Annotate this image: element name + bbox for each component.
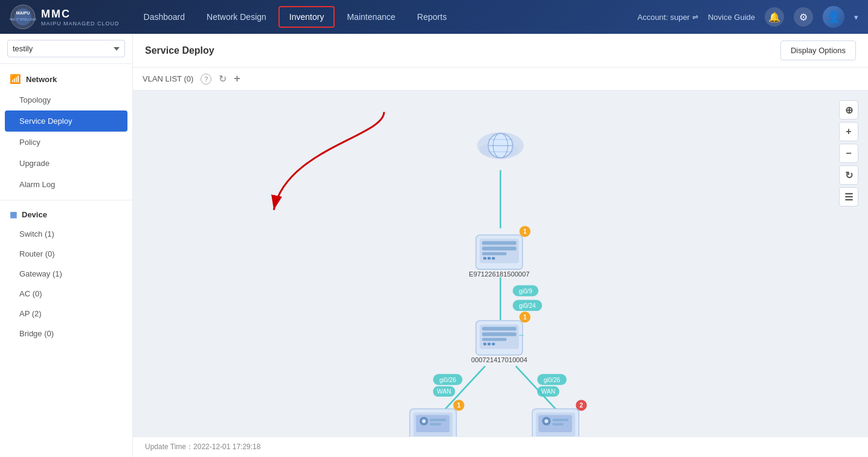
nav-reports[interactable]: Reports <box>408 7 457 27</box>
bell-icon: 🔔 <box>768 11 780 23</box>
svg-text:1: 1 <box>523 228 527 235</box>
svg-text:WAN: WAN <box>437 388 451 395</box>
nav-inventory[interactable]: Inventory <box>278 6 335 28</box>
network-section-header: 📶 Network <box>0 69 132 89</box>
sidebar-item-policy[interactable]: Policy <box>0 132 132 153</box>
device-section-header: ▦ Device <box>0 205 132 224</box>
account-arrow-icon: ⇌ <box>692 13 698 21</box>
svg-rect-60 <box>430 419 446 421</box>
sidebar-item-ac[interactable]: AC (0) <box>0 284 132 304</box>
svg-rect-70 <box>553 419 568 421</box>
topology-canvas: ⊕ + − ↻ ☰ <box>133 91 868 436</box>
network-section-label: Network <box>26 75 57 84</box>
user-avatar[interactable]: 👤 <box>823 6 844 28</box>
sidebar-item-bridge[interactable]: Bridge (0) <box>0 324 132 344</box>
device-icon: ▦ <box>10 210 17 219</box>
topology-area: VLAN LIST (0) ? ↻ + ⊕ + − <box>133 68 868 457</box>
novice-guide-link[interactable]: Novice Guide <box>708 13 755 22</box>
svg-text:gi0/9: gi0/9 <box>519 288 532 295</box>
svg-rect-61 <box>430 423 441 426</box>
svg-text:E971226181500007: E971226181500007 <box>469 270 529 278</box>
settings-button[interactable]: ⚙ <box>794 7 813 27</box>
svg-rect-50 <box>492 343 495 345</box>
svg-rect-35 <box>482 247 516 251</box>
svg-rect-48 <box>483 343 486 345</box>
sidebar-item-upgrade[interactable]: Upgrade <box>0 153 132 174</box>
user-dropdown-icon[interactable]: ▾ <box>854 13 858 22</box>
vlan-bar: VLAN LIST (0) ? ↻ + <box>133 68 868 91</box>
display-options-button[interactable]: Display Options <box>780 40 856 60</box>
vlan-add-button[interactable]: + <box>234 72 240 85</box>
nav-right: Account: super ⇌ Novice Guide 🔔 ⚙ 👤 ▾ <box>637 6 858 28</box>
logo-mmc: MMC <box>41 8 71 20</box>
device-section: ▦ Device Switch (1) Router (0) Gateway (… <box>0 200 132 348</box>
sidebar: testily 📶 Network Topology Service Deplo… <box>0 34 133 457</box>
svg-rect-34 <box>482 241 516 244</box>
list-icon: ☰ <box>844 191 853 203</box>
svg-rect-45 <box>482 327 516 330</box>
svg-rect-38 <box>487 257 490 260</box>
svg-text:MAKE IT INTELLIGENT: MAKE IT INTELLIGENT <box>10 18 36 21</box>
svg-text:2: 2 <box>580 402 583 409</box>
avatar-icon: 👤 <box>827 10 840 24</box>
device-section-label: Device <box>22 210 47 219</box>
sidebar-item-gateway[interactable]: Gateway (1) <box>0 264 132 284</box>
nav-network-design[interactable]: Network Design <box>197 7 276 27</box>
sidebar-item-ap[interactable]: AP (2) <box>0 304 132 324</box>
svg-rect-37 <box>483 257 486 260</box>
minus-icon: − <box>846 148 851 159</box>
svg-rect-49 <box>487 343 490 345</box>
svg-point-69 <box>545 420 548 423</box>
zoom-fit-button[interactable]: ⊕ <box>839 100 858 120</box>
svg-text:1: 1 <box>523 314 527 321</box>
svg-rect-71 <box>553 423 564 426</box>
nav-dashboard[interactable]: Dashboard <box>134 7 195 27</box>
account-info: Account: super ⇌ <box>637 13 698 22</box>
refresh-icon: ↻ <box>845 170 853 181</box>
fit-icon: ⊕ <box>845 104 853 116</box>
vlan-help-button[interactable]: ? <box>201 74 211 85</box>
plus-icon: + <box>846 126 851 137</box>
zoom-out-button[interactable]: − <box>839 144 858 163</box>
svg-rect-46 <box>482 333 516 336</box>
sidebar-item-switch[interactable]: Switch (1) <box>0 224 132 244</box>
notification-button[interactable]: 🔔 <box>765 7 784 27</box>
sidebar-select-area: testily <box>0 34 132 64</box>
sidebar-item-topology[interactable]: Topology <box>0 89 132 110</box>
svg-text:gi0/24: gi0/24 <box>519 302 536 309</box>
network-section: 📶 Network Topology Service Deploy Policy… <box>0 64 132 200</box>
content-area: Service Deploy Display Options VLAN LIST… <box>133 34 868 457</box>
svg-text:MAIPU: MAIPU <box>16 11 30 15</box>
svg-rect-36 <box>482 252 507 255</box>
svg-rect-39 <box>492 257 495 260</box>
gear-icon: ⚙ <box>799 11 808 23</box>
vlan-refresh-button[interactable]: ↻ <box>219 73 227 85</box>
main-layout: testily 📶 Network Topology Service Deplo… <box>0 34 868 457</box>
account-label: Account: super <box>637 13 690 22</box>
logo-subtitle: MAIPU MANAGED CLOUD <box>41 21 120 27</box>
list-button[interactable]: ☰ <box>839 187 858 206</box>
sidebar-item-service-deploy[interactable]: Service Deploy <box>5 110 127 132</box>
tenant-select[interactable]: testily <box>7 40 125 57</box>
topology-diagram: gi0/9 gi0/24 gi0/26 WAN gi0/26 WAN <box>133 91 868 436</box>
vlan-list-label: VLAN LIST (0) <box>143 74 193 83</box>
nav-items: Dashboard Network Design Inventory Maint… <box>134 6 638 28</box>
page-title: Service Deploy <box>145 45 214 56</box>
logo-area: MAIPU MAKE IT INTELLIGENT MMC MAIPU MANA… <box>10 4 120 30</box>
svg-rect-47 <box>482 338 507 341</box>
svg-text:gi0/26: gi0/26 <box>544 377 561 383</box>
svg-text:1: 1 <box>457 402 461 409</box>
wifi-icon: 📶 <box>10 74 21 85</box>
top-navigation: MAIPU MAKE IT INTELLIGENT MMC MAIPU MANA… <box>0 0 868 34</box>
svg-text:WAN: WAN <box>541 388 555 395</box>
sidebar-item-router[interactable]: Router (0) <box>0 244 132 264</box>
nav-maintenance[interactable]: Maintenance <box>337 7 405 27</box>
maipu-logo-icon: MAIPU MAKE IT INTELLIGENT <box>10 4 36 30</box>
update-time-bar: Update Time：2022-12-01 17:29:18 <box>133 436 868 457</box>
svg-text:gi0/26: gi0/26 <box>439 377 456 383</box>
svg-point-59 <box>422 420 426 423</box>
content-header: Service Deploy Display Options <box>133 34 868 68</box>
sidebar-item-alarm-log[interactable]: Alarm Log <box>0 174 132 195</box>
zoom-in-button[interactable]: + <box>839 122 858 141</box>
refresh-button[interactable]: ↻ <box>839 165 858 185</box>
